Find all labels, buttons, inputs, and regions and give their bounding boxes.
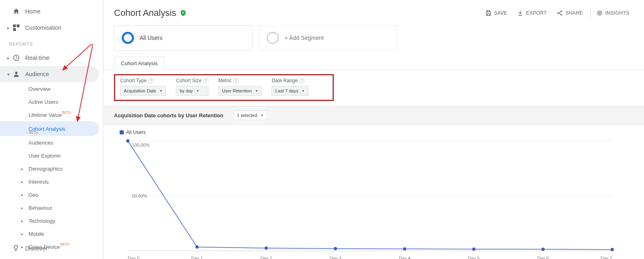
chevron-down-icon: ▼	[302, 89, 305, 93]
chart-legend: All Users	[120, 130, 628, 135]
svg-point-22	[611, 248, 614, 251]
segment-all-users[interactable]: All Users	[114, 25, 252, 50]
sub-item-audiences[interactable]: ▸Audiences	[21, 136, 103, 149]
date-range-label: Date Range?	[272, 78, 308, 83]
audience-sub-list: ▸Overview ▸Active Users ▸Lifetime ValueB…	[0, 82, 103, 253]
sub-item-lifetime-value[interactable]: ▸Lifetime ValueBETA	[21, 108, 103, 121]
help-icon[interactable]: ?	[233, 78, 239, 83]
segment-label: All Users	[140, 35, 162, 41]
legend-swatch	[120, 130, 124, 134]
chevron-down-icon: ▼	[196, 89, 199, 93]
main-content: Cohort Analysis SAVE EXPORT SHARE	[103, 0, 644, 259]
svg-point-17	[265, 246, 268, 250]
sub-item-active-users[interactable]: ▸Active Users	[21, 95, 103, 108]
svg-point-5	[558, 13, 559, 14]
sub-item-overview[interactable]: ▸Overview	[21, 82, 103, 95]
segments-row: All Users + Add Segment	[103, 25, 644, 56]
svg-text:Day 1: Day 1	[191, 256, 203, 259]
chevron-right-icon: ▸	[21, 206, 26, 210]
button-label: SHARE	[565, 10, 583, 16]
sub-item-label: User Explorer	[28, 153, 61, 159]
save-icon	[485, 10, 492, 16]
tab-cohort-analysis[interactable]: Cohort Analysis	[114, 57, 164, 70]
sub-item-cohort-analysis[interactable]: Cohort AnalysisBETA	[0, 121, 99, 136]
button-label: SAVE	[494, 10, 507, 16]
sub-item-label: Behaviour	[28, 205, 53, 211]
dropdown-value: by day	[180, 88, 193, 93]
sub-item-user-explorer[interactable]: ▸User Explorer	[21, 149, 103, 162]
clock-icon	[12, 54, 20, 62]
sidebar-item-audience[interactable]: ▾ Audience	[0, 66, 99, 82]
beta-badge: BETA	[29, 130, 38, 134]
svg-text:100.00%: 100.00%	[132, 143, 150, 147]
sub-item-label: Lifetime Value	[28, 112, 61, 118]
sub-item-label: Overview	[28, 86, 50, 92]
person-icon	[12, 70, 20, 78]
help-icon[interactable]: ?	[148, 78, 153, 83]
sub-item-label: Interests	[28, 179, 49, 185]
verified-shield-icon	[180, 9, 187, 17]
export-button[interactable]: EXPORT	[513, 7, 551, 19]
dropdown-value: User Retention	[222, 88, 252, 93]
section-title: Acquisition Date cohorts by User Retenti…	[114, 112, 223, 119]
dropdown-value: Acquisition Date	[124, 88, 156, 93]
svg-point-18	[334, 247, 337, 250]
button-label: EXPORT	[526, 10, 547, 16]
metric-dropdown[interactable]: User Retention▼	[218, 86, 262, 96]
svg-rect-1	[17, 24, 20, 27]
sidebar-item-realtime[interactable]: ▸ Real-time	[0, 50, 103, 66]
svg-point-16	[195, 246, 199, 249]
sub-item-interests[interactable]: ▸Interests	[21, 175, 103, 188]
chart-area: All Users 100.00%50.00%Day 0Day 1Day 2Da…	[103, 125, 644, 259]
svg-point-21	[541, 248, 545, 251]
sub-item-label: Audiences	[28, 140, 53, 146]
share-button[interactable]: SHARE	[552, 7, 587, 19]
page-header: Cohort Analysis SAVE EXPORT SHARE	[103, 0, 644, 25]
sub-item-label: Demographics	[28, 166, 63, 172]
series-selector-dropdown[interactable]: 1 selected▼	[233, 110, 267, 120]
sub-item-behaviour[interactable]: ▸Behaviour	[21, 201, 103, 214]
chevron-right-icon: ▸	[21, 232, 26, 236]
sidebar-item-label: Customisation	[25, 24, 61, 31]
beta-badge: BETA	[62, 110, 71, 114]
svg-point-4	[15, 72, 18, 74]
date-range-dropdown[interactable]: Last 7 days▼	[272, 86, 308, 96]
cohort-size-dropdown[interactable]: by day▼	[176, 86, 208, 96]
cohort-size-label: Cohort Size?	[176, 78, 208, 83]
chevron-right-icon: ▸	[21, 193, 26, 197]
svg-point-9	[598, 11, 602, 15]
header-actions: SAVE EXPORT SHARE INSIGHTS	[481, 7, 633, 19]
chevron-down-icon: ▼	[261, 114, 264, 117]
chevron-right-icon: ▸	[21, 219, 26, 223]
sidebar-item-customisation[interactable]: ▸ Customisation	[0, 20, 103, 36]
home-icon	[12, 7, 20, 15]
insights-button[interactable]: INSIGHTS	[590, 7, 633, 19]
sub-item-demographics[interactable]: ▸Demographics	[21, 162, 103, 175]
sidebar-item-discover[interactable]: Discover	[0, 240, 103, 257]
sub-item-mobile[interactable]: ▸Mobile	[21, 227, 103, 240]
help-icon[interactable]: ?	[203, 78, 208, 83]
chevron-right-icon: ▸	[7, 26, 11, 30]
chevron-down-icon: ▼	[255, 89, 258, 93]
dropdown-value: Last 7 days	[275, 88, 298, 93]
add-segment-button[interactable]: + Add Segment	[259, 25, 397, 50]
sub-item-label: Active Users	[28, 99, 58, 105]
sidebar-item-home[interactable]: ▸ Home	[0, 3, 103, 20]
svg-point-15	[126, 139, 129, 143]
save-button[interactable]: SAVE	[481, 7, 511, 19]
legend-label: All Users	[126, 130, 146, 135]
share-icon	[556, 10, 563, 16]
sub-item-technology[interactable]: ▸Technology	[21, 214, 103, 227]
help-icon[interactable]: ?	[299, 78, 304, 83]
page-title: Cohort Analysis	[114, 8, 176, 18]
cohort-controls-panel: Cohort Type? Acquisition Date▼ Cohort Si…	[114, 74, 334, 101]
sidebar: ▸ Home ▸ Customisation REPORTS ▸ Real-ti…	[0, 0, 103, 259]
cohort-type-label: Cohort Type?	[120, 78, 166, 83]
segment-circle-icon	[122, 32, 134, 44]
svg-text:Day 7: Day 7	[600, 256, 612, 259]
insights-icon	[596, 10, 603, 16]
chevron-right-icon: ▸	[21, 167, 26, 171]
cohort-type-dropdown[interactable]: Acquisition Date▼	[120, 86, 166, 96]
svg-point-8	[599, 12, 600, 14]
sub-item-geo[interactable]: ▸Geo	[21, 188, 103, 201]
